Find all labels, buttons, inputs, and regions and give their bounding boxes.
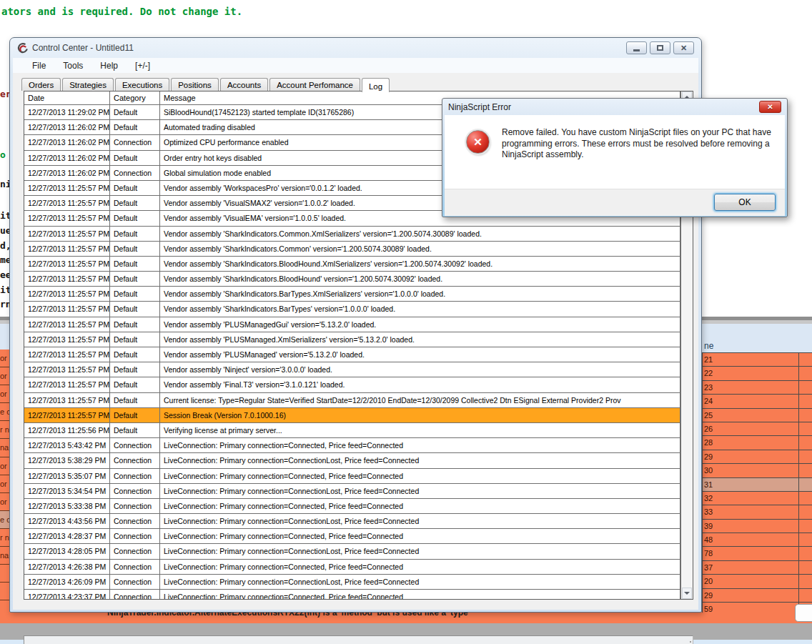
dialog-close-button[interactable]: ✕ [759,101,781,113]
menu-item-tools[interactable]: Tools [56,59,89,72]
tab-orders[interactable]: Orders [21,78,61,91]
behind-error-grid-rows: 2122232425262829303132333948783720295968 [702,352,812,630]
tab-positions[interactable]: Positions [171,78,219,91]
table-cell: LiveConnection: Primary connection=Conne… [160,529,680,544]
close-button[interactable]: ✕ [673,41,694,54]
table-cell: 12/27/2013 11:25:56 PM [24,423,110,438]
behind-error-row[interactable]: 33 [702,505,812,519]
table-cell: 12/27/2013 11:25:57 PM [24,302,110,317]
table-row[interactable]: 12/27/2013 4:26:09 PMConnectionLiveConne… [24,575,680,590]
tab-accounts[interactable]: Accounts [220,78,268,91]
table-row[interactable]: 12/27/2013 5:33:38 PMConnectionLiveConne… [24,499,680,514]
table-row[interactable]: 12/27/2013 5:38:29 PMConnectionLiveConne… [24,453,680,468]
behind-error-row[interactable]: 37 [702,561,812,575]
table-row[interactable]: 12/27/2013 11:25:57 PMDefaultVendor asse… [24,257,680,272]
resize-grip[interactable] [685,639,691,644]
table-cell: 12/27/2013 11:25:57 PM [24,408,110,423]
table-cell: Default [110,377,160,392]
tab-executions[interactable]: Executions [115,78,169,91]
behind-error-row[interactable]: 78 [702,547,812,560]
behind-error-row[interactable]: 32 [702,492,812,505]
table-cell: Connection [110,438,160,453]
table-cell: Connection [110,166,160,181]
table-row[interactable]: 12/27/2013 11:25:57 PMDefaultVendor asse… [24,302,680,317]
menu-item-item[interactable]: [+/-] [129,59,157,72]
title-bar[interactable]: Control Center - Untitled11 ✕ [10,38,701,58]
table-cell: Vendor assembly 'Ninject' version='3.0.0… [160,362,680,377]
ok-button[interactable]: OK [714,194,776,211]
code-fragment: rn [0,299,9,309]
behind-error-row[interactable]: 48 [702,533,812,547]
table-cell: Default [110,227,160,242]
table-cell: 12/27/2013 11:25:57 PM [24,362,110,377]
table-cell: Connection [110,469,160,484]
behind-error-row[interactable]: 22 [702,367,812,380]
table-row[interactable]: 12/27/2013 5:35:07 PMConnectionLiveConne… [24,469,680,484]
column-header-date[interactable]: Date [24,91,110,105]
behind-error-row[interactable]: 20 [702,575,812,588]
table-row[interactable]: 12/27/2013 11:25:56 PMDefaultVerifying l… [24,423,680,438]
table-cell: 12/27/2013 11:26:02 PM [24,120,110,135]
scroll-down-button[interactable] [682,588,692,599]
behind-error-row[interactable]: 31 [702,478,812,492]
table-row[interactable]: 12/27/2013 11:25:57 PMDefaultVendor asse… [24,332,680,347]
table-row[interactable]: 12/27/2013 5:34:54 PMConnectionLiveConne… [24,484,680,499]
table-cell: 12/27/2013 11:29:02 PM [24,105,110,120]
dialog-title: NinjaScript Error [448,102,511,112]
behind-error-row[interactable]: 23 [702,381,812,395]
table-cell: 12/27/2013 11:25:57 PM [24,332,110,347]
table-row[interactable]: 12/27/2013 11:25:57 PMDefaultVendor asse… [24,362,680,377]
table-row[interactable]: 12/27/2013 11:25:57 PMDefaultVendor asse… [24,242,680,257]
table-cell: Default [110,302,160,317]
menu-item-help[interactable]: Help [94,59,124,72]
code-editor-left-clip: eroniitued,meeeitrnan [0,0,9,317]
dialog-footer: OK [445,189,785,216]
table-row[interactable]: 12/27/2013 5:43:42 PMConnectionLiveConne… [24,438,680,453]
table-row[interactable]: 12/27/2013 11:25:57 PMDefaultVendor asse… [24,227,680,242]
table-row[interactable]: 12/27/2013 11:25:57 PMDefaultVendor asse… [24,287,680,302]
dialog-body: ✕ Remove failed. You have custom NinjaSc… [445,115,785,189]
table-row[interactable]: 12/27/2013 11:25:57 PMDefaultSession Bre… [24,408,680,423]
minimize-icon [633,49,640,51]
table-cell: Vendor assembly 'SharkIndicators.Common.… [160,227,680,242]
code-fragment: er [0,89,9,99]
table-row[interactable]: 12/27/2013 4:43:56 PMConnectionLiveConne… [24,514,680,529]
tab-log[interactable]: Log [362,78,390,92]
table-cell: 12/27/2013 11:26:02 PM [24,135,110,150]
behind-error-row[interactable]: 39 [702,520,812,533]
table-row[interactable]: 12/27/2013 11:25:57 PMDefaultVendor asse… [24,347,680,362]
table-row[interactable]: 12/27/2013 4:28:05 PMConnectionLiveConne… [24,544,680,559]
tab-account-perfomance[interactable]: Account Perfomance [269,78,360,91]
table-row[interactable]: 12/27/2013 11:25:57 PMDefaultVendor asse… [24,317,680,332]
behind-error-row[interactable]: 26 [702,422,812,436]
window-title: Control Center - Untitled11 [32,43,134,53]
restore-button[interactable] [650,41,670,54]
behind-error-row[interactable]: 29 [702,450,812,464]
table-cell: 12/27/2013 11:25:57 PM [24,377,110,392]
behind-error-row [0,583,9,600]
table-cell: Default [110,362,160,377]
column-header-category[interactable]: Category [110,91,160,105]
table-cell: 12/27/2013 5:33:38 PM [24,499,110,514]
tab-strategies[interactable]: Strategies [62,78,114,91]
column-divider [798,352,799,630]
menu-item-file[interactable]: File [26,59,52,72]
behind-error-row[interactable]: 29 [702,589,812,603]
table-row[interactable]: 12/27/2013 11:25:57 PMDefaultCurrent lic… [24,393,680,408]
table-row[interactable]: 12/27/2013 11:25:57 PMDefaultVendor asse… [24,272,680,287]
table-cell: 12/27/2013 11:25:57 PM [24,347,110,362]
behind-error-row: r n [0,529,9,547]
table-row[interactable]: 12/27/2013 11:25:57 PMDefaultVendor asse… [24,377,680,392]
close-icon: ✕ [767,104,773,111]
behind-error-row[interactable]: 25 [702,409,812,422]
dialog-title-bar[interactable]: NinjaScript Error ✕ [442,99,787,115]
table-row[interactable]: 12/27/2013 4:23:37 PMConnectionLiveConne… [24,590,680,599]
table-row[interactable]: 12/27/2013 4:28:37 PMConnectionLiveConne… [24,529,680,544]
behind-error-row[interactable]: 21 [702,353,812,367]
behind-error-row[interactable]: 28 [702,436,812,450]
behind-error-row[interactable]: 30 [702,464,812,477]
table-cell: 12/27/2013 11:25:57 PM [24,257,110,272]
table-row[interactable]: 12/27/2013 4:26:38 PMConnectionLiveConne… [24,560,680,575]
minimize-button[interactable] [626,41,647,54]
behind-error-row[interactable]: 24 [702,395,812,408]
